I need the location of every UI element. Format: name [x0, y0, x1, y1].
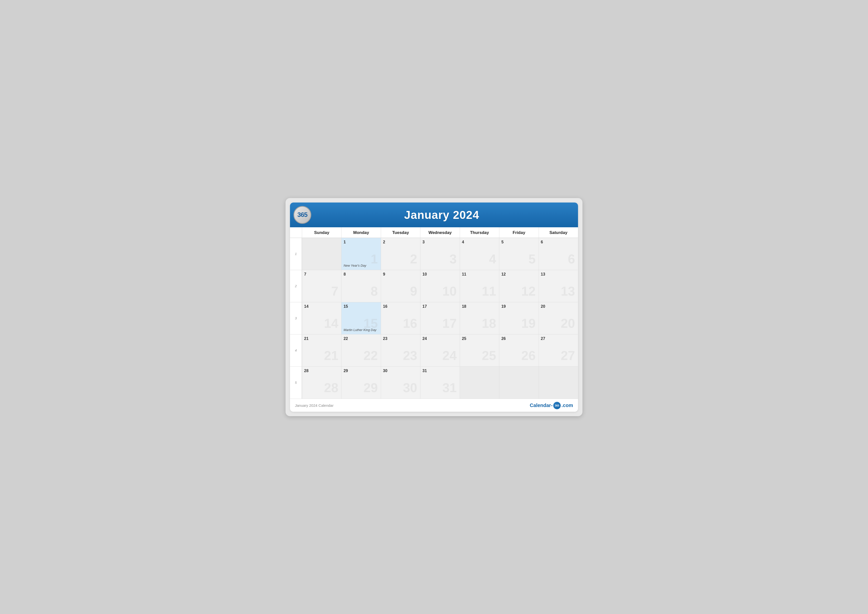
- day-number: 18: [462, 304, 497, 309]
- day-cell: 1010: [420, 270, 459, 302]
- day-cell: 2020: [539, 302, 578, 334]
- dow-sunday: Sunday: [302, 227, 341, 238]
- day-cell: 3030: [381, 367, 420, 399]
- day-cell: 2727: [539, 334, 578, 367]
- week-num-1: 1: [290, 238, 302, 270]
- brand-365-badge: 365: [553, 402, 561, 409]
- watermark-number: 20: [561, 317, 575, 330]
- week-num-header: [290, 227, 302, 238]
- day-number: 3: [422, 240, 457, 244]
- day-cell: 2626: [499, 334, 538, 367]
- day-number: 31: [422, 368, 457, 373]
- calendar-container: 365 January 2024 Sunday Monday Tuesday W…: [290, 202, 578, 412]
- week-num-5: 5: [290, 367, 302, 399]
- calendar-title: January 2024: [311, 208, 572, 222]
- watermark-number: 17: [442, 317, 457, 330]
- day-number: 19: [501, 304, 536, 309]
- day-cell: 2222: [341, 334, 381, 367]
- watermark-number: 27: [561, 349, 575, 362]
- day-cell: 1616: [381, 302, 420, 334]
- day-cell: 2424: [420, 334, 459, 367]
- day-number: 25: [462, 336, 497, 341]
- day-cell: 22: [381, 238, 420, 270]
- week-num-3: 3: [290, 302, 302, 334]
- dow-saturday: Saturday: [539, 227, 578, 238]
- watermark-number: 11: [482, 285, 496, 298]
- day-number: 14: [304, 304, 339, 309]
- day-number: 6: [541, 240, 575, 244]
- dow-monday: Monday: [341, 227, 381, 238]
- watermark-number: 18: [482, 317, 496, 330]
- holiday-name: New Year's Day: [343, 264, 378, 267]
- day-cell: 2121: [302, 334, 341, 367]
- day-cell: 99: [381, 270, 420, 302]
- day-number: 27: [541, 336, 575, 341]
- dow-thursday: Thursday: [460, 227, 499, 238]
- week-num-2: 2: [290, 270, 302, 302]
- watermark-number: 24: [442, 349, 457, 362]
- day-number: 12: [501, 272, 536, 277]
- day-number: 4: [462, 240, 497, 244]
- watermark-number: 30: [403, 381, 417, 394]
- day-cell: [302, 238, 341, 270]
- day-cell: 2828: [302, 367, 341, 399]
- watermark-number: 21: [324, 349, 338, 362]
- day-cell: 3131: [420, 367, 459, 399]
- day-number: 13: [541, 272, 575, 277]
- day-cell: 1212: [499, 270, 538, 302]
- day-number: 1: [343, 240, 378, 244]
- dow-wednesday: Wednesday: [420, 227, 459, 238]
- page-wrapper: 365 January 2024 Sunday Monday Tuesday W…: [285, 198, 583, 416]
- watermark-number: 14: [324, 317, 338, 330]
- watermark-number: 19: [521, 317, 536, 330]
- dow-tuesday: Tuesday: [381, 227, 420, 238]
- day-cell: 1919: [499, 302, 538, 334]
- watermark-number: 3: [450, 253, 457, 266]
- day-cell: 55: [499, 238, 538, 270]
- day-number: 30: [383, 368, 418, 373]
- day-cell: 88: [341, 270, 381, 302]
- day-cell: 1313: [539, 270, 578, 302]
- day-cell: 77: [302, 270, 341, 302]
- day-cell: 2929: [341, 367, 381, 399]
- watermark-number: 8: [370, 285, 378, 298]
- day-number: 20: [541, 304, 575, 309]
- watermark-number: 9: [410, 285, 417, 298]
- day-cell: 1818: [460, 302, 499, 334]
- dow-row: Sunday Monday Tuesday Wednesday Thursday…: [290, 227, 578, 238]
- calendar-header: 365 January 2024: [290, 202, 578, 227]
- watermark-number: 7: [331, 285, 338, 298]
- brand-text-suffix: .com: [561, 403, 573, 408]
- day-number: 24: [422, 336, 457, 341]
- brand-text-prefix: Calendar-: [530, 403, 553, 408]
- day-cell: [539, 367, 578, 399]
- dow-friday: Friday: [499, 227, 538, 238]
- watermark-number: 4: [489, 253, 496, 266]
- watermark-number: 12: [521, 285, 536, 298]
- calendar-grid: 111New Year's Day22334455662778899101011…: [290, 238, 578, 399]
- watermark-number: 13: [561, 285, 575, 298]
- day-cell: 1515Martin Luther King Day: [341, 302, 381, 334]
- day-number: 17: [422, 304, 457, 309]
- logo-badge: 365: [293, 206, 311, 224]
- day-number: 2: [383, 240, 418, 244]
- watermark-number: 2: [410, 253, 417, 266]
- day-cell: 66: [539, 238, 578, 270]
- day-number: 15: [343, 304, 378, 309]
- day-number: 9: [383, 272, 418, 277]
- day-number: 26: [501, 336, 536, 341]
- day-cell: 44: [460, 238, 499, 270]
- watermark-number: 29: [363, 381, 378, 394]
- watermark-number: 26: [521, 349, 536, 362]
- watermark-number: 31: [442, 381, 457, 394]
- day-cell: 2323: [381, 334, 420, 367]
- day-number: 10: [422, 272, 457, 277]
- day-number: 8: [343, 272, 378, 277]
- footer-brand: Calendar- 365 .com: [530, 402, 573, 409]
- watermark-number: 10: [442, 285, 457, 298]
- holiday-name: Martin Luther King Day: [343, 328, 378, 332]
- day-cell: [499, 367, 538, 399]
- footer: January 2024 Calendar Calendar- 365 .com: [290, 399, 578, 412]
- week-num-4: 4: [290, 334, 302, 367]
- day-number: 11: [462, 272, 497, 277]
